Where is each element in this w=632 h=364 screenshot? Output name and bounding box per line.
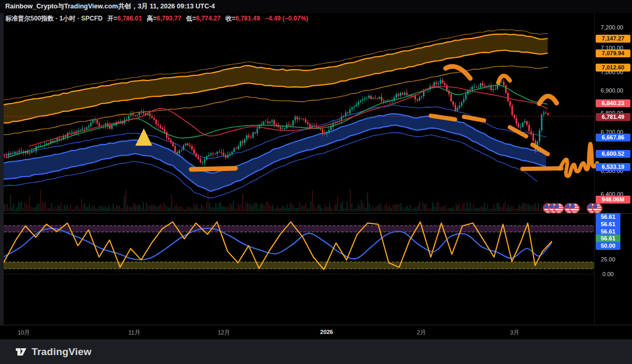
oscillator-badge: 50.00 bbox=[596, 242, 620, 250]
ohlc-part: 6,793.77 bbox=[156, 15, 181, 22]
time-axis-label: 2026 bbox=[320, 329, 333, 335]
price-tick-label: 7,200.00 bbox=[596, 24, 628, 32]
ohlc-part: 6,781.49 bbox=[235, 15, 260, 22]
us-flag-icon[interactable] bbox=[592, 204, 602, 213]
price-badge: 6,840.23 bbox=[596, 99, 630, 107]
oscillator-badge: 56.61 bbox=[596, 220, 620, 228]
price-tick-label: 6,900.00 bbox=[596, 87, 628, 95]
header-bar: Rainbow_Crypto与TradingView.com共创，3月 11, … bbox=[0, 0, 632, 13]
ohlc-part: 6,786.01 bbox=[117, 15, 142, 22]
price-badge: 7,079.94 bbox=[596, 49, 630, 57]
triangle-marker bbox=[135, 128, 152, 146]
oscillator-tick-label: 0.00 bbox=[596, 270, 620, 278]
tradingview-logo-icon[interactable] bbox=[15, 347, 27, 357]
price-badge: 948.06M bbox=[596, 196, 630, 204]
price-badge: 6,533.19 bbox=[596, 163, 630, 171]
volume-bars bbox=[4, 189, 548, 211]
oscillator-pane bbox=[0, 222, 594, 274]
price-badge: 6,781.49 bbox=[596, 113, 630, 121]
ohlc-part: 开= bbox=[107, 14, 117, 23]
indicator-bands bbox=[0, 29, 548, 198]
price-badge: 6,600.52 bbox=[596, 150, 630, 158]
price-badge: 6,667.86 bbox=[596, 134, 630, 141]
ohlc-part: 低= bbox=[186, 14, 196, 23]
us-flag-icon[interactable] bbox=[570, 204, 579, 213]
time-axis-label: 12月 bbox=[218, 329, 230, 337]
tradingview-brand-text[interactable]: TradingView bbox=[32, 346, 92, 358]
footer-bar: TradingView bbox=[0, 339, 632, 364]
time-axis[interactable]: 10月11月12月20262月3月 bbox=[0, 325, 632, 339]
ohlc-part: −4.49 (−0.07%) bbox=[265, 15, 309, 22]
tradingview-screenshot: Rainbow_Crypto与TradingView.com共创，3月 11, … bbox=[0, 0, 632, 364]
time-axis-label: 11月 bbox=[129, 329, 140, 337]
ohlc-part: 高= bbox=[146, 14, 156, 23]
header-title: Rainbow_Crypto与TradingView.com共创，3月 11, … bbox=[5, 2, 215, 11]
symbol-title: 标准普尔500指数 · 1小时 · SPCFD bbox=[5, 14, 103, 23]
price-badge: 7,012.60 bbox=[596, 64, 630, 72]
chart-canvas[interactable] bbox=[0, 0, 632, 364]
ohlc-part: 收= bbox=[225, 14, 235, 23]
event-flag-icons bbox=[544, 204, 602, 213]
time-axis-label: 10月 bbox=[17, 329, 29, 337]
oscillator-tick-label: 25.00 bbox=[596, 256, 620, 264]
us-flag-icon[interactable] bbox=[554, 204, 564, 213]
time-axis-label: 2月 bbox=[417, 329, 426, 337]
price-badge: 7,147.27 bbox=[596, 35, 630, 43]
ohlc-part: 6,774.27 bbox=[196, 15, 221, 22]
oscillator-badge: 56.61 bbox=[596, 213, 620, 221]
symbol-info[interactable]: 标准普尔500指数 · 1小时 · SPCFD开=6,786.01高=6,793… bbox=[5, 14, 308, 22]
time-axis-label: 3月 bbox=[510, 329, 519, 337]
oscillator-badge: 56.61 bbox=[596, 235, 620, 242]
